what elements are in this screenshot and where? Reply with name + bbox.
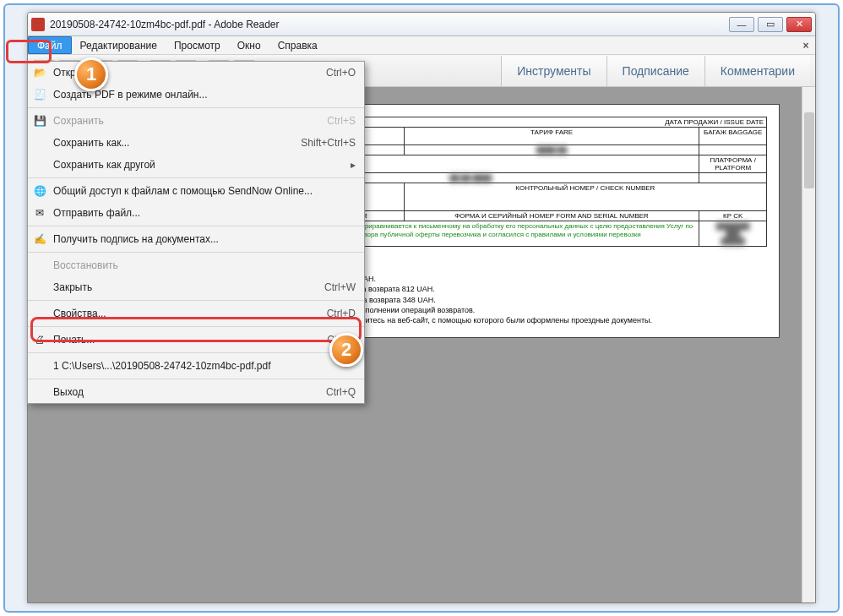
form-label: ФОРМА И СЕРИЙНЫЙ НОМЕР FORM AND SERIAL N… [404,211,699,221]
menu-save-other[interactable]: Сохранить как другой▸ [28,154,364,176]
printer-icon: 🖨 [33,333,46,346]
menu-send-file[interactable]: ✉Отправить файл... [28,202,364,224]
app-icon [31,18,45,31]
close-button[interactable]: ✕ [786,17,812,32]
tab-comments[interactable]: Комментарии [704,56,810,86]
menu-save-as[interactable]: Сохранить как...Shift+Ctrl+S [28,132,364,154]
envelope-icon: ✉ [33,206,46,220]
menu-exit[interactable]: ВыходCtrl+Q [28,381,364,403]
menu-print[interactable]: 🖨Печать...Ctrl+P [28,329,364,351]
share-icon: 🌐 [33,184,46,198]
file-menu-dropdown: 📂Открыть...Ctrl+O 🧾Создать PDF в режиме … [27,61,365,404]
platform-label: ПЛАТФОРМА / PLATFORM [699,155,767,173]
menu-get-signature[interactable]: ✍Получить подпись на документах... [28,228,364,250]
menu-recent-1[interactable]: 1 C:\Users\...\20190508-24742-10zm4bc-pd… [28,355,364,377]
maximize-button[interactable]: ▭ [758,17,783,32]
col-fare: ТАРИФ FARE [404,128,699,145]
tab-tools[interactable]: Инструменты [501,56,606,86]
menu-restore: Восстановить [28,254,364,276]
menu-save: 💾СохранитьCtrl+S [28,110,364,132]
vertical-scrollbar[interactable] [802,87,815,602]
scroll-thumb[interactable] [804,112,814,188]
pdf-create-icon: 🧾 [33,88,46,101]
menu-create-online[interactable]: 🧾Создать PDF в режиме онлайн... [28,84,364,106]
menu-view[interactable]: Просмотр [166,36,229,54]
menu-edit[interactable]: Редактирование [72,36,166,54]
menu-close[interactable]: ЗакрытьCtrl+W [28,276,364,298]
save-disk-icon: 💾 [33,114,46,128]
doc-close-icon[interactable]: × [797,36,815,54]
col-baggage: БАГАЖ BAGGAGE [699,128,767,145]
annotation-badge-1: 1 [74,57,108,91]
check-label: КОНТРОЛЬНЫЙ НОМЕР / CHECK NUMBER [404,183,766,211]
menu-properties[interactable]: Свойства...Ctrl+D [28,303,364,324]
window-title: 20190508-24742-10zm4bc-pdf.pdf - Adobe R… [50,19,729,30]
chevron-right-icon: ▸ [351,159,356,171]
menubar: Файл Редактирование Просмотр Окно Справк… [28,36,815,55]
signature-icon: ✍ [33,232,46,246]
ck-label: КР CK [699,211,767,221]
menu-window[interactable]: Окно [229,36,269,54]
tab-sign[interactable]: Подписание [606,56,704,86]
menu-help[interactable]: Справка [269,36,326,54]
menu-share-sendnow[interactable]: 🌐Общий доступ к файлам с помощью SendNow… [28,180,364,202]
titlebar: 20190508-24742-10zm4bc-pdf.pdf - Adobe R… [28,13,815,36]
annotation-badge-2: 2 [329,333,363,367]
menu-file[interactable]: Файл [28,36,72,54]
folder-open-icon: 📂 [33,66,46,79]
minimize-button[interactable]: — [729,17,754,32]
